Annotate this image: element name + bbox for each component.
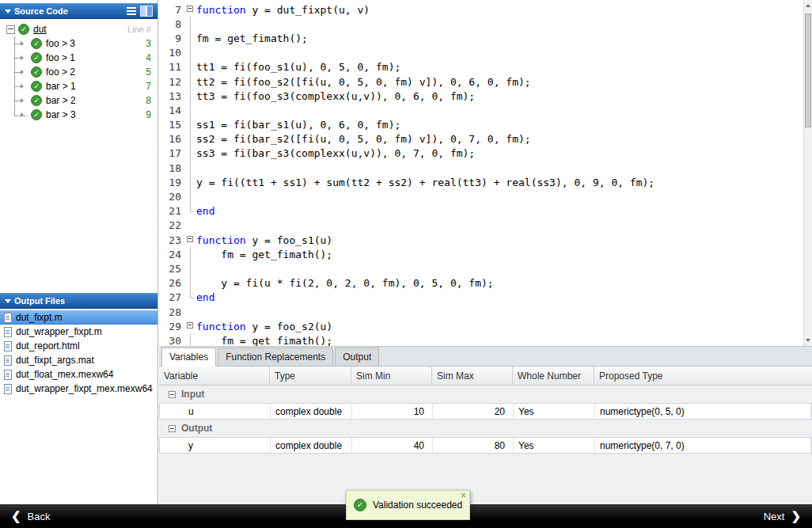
tree-root-row[interactable]: dut Line # (0, 22, 157, 36)
back-label: Back (28, 511, 51, 522)
close-icon[interactable] (461, 491, 466, 500)
code-segment: tt2 = fi(foo_s2([fi(u, 0, 5, 0, fm) v]),… (196, 76, 531, 88)
tree-item-line: 5 (146, 66, 157, 78)
fold-marker (186, 276, 196, 291)
column-header[interactable]: Sim Max (432, 367, 513, 385)
expander-icon[interactable] (6, 25, 15, 34)
column-header[interactable]: Whole Number (513, 367, 594, 385)
tree-item[interactable]: foo > 3 3 (0, 36, 157, 51)
table-cell: u (160, 404, 271, 419)
list-icon[interactable] (127, 7, 136, 9)
tree-item-label: bar > 1 (46, 81, 76, 92)
fold-marker (186, 189, 196, 203)
code-segment: function (196, 321, 246, 332)
code-line: 17 ss3 = fi(bar_s3(complexx(u,v)), 0, 7,… (159, 146, 803, 161)
tree-item[interactable]: foo > 1 4 (0, 51, 157, 65)
back-button[interactable]: Back (11, 509, 50, 523)
collapse-icon[interactable] (169, 391, 176, 398)
table-cell: 10 (352, 404, 433, 419)
output-file-item[interactable]: dut_fixpt_args.mat (0, 353, 157, 367)
scroll-down-icon[interactable] (804, 334, 812, 346)
table-row[interactable]: ucomplex double1020Yesnumerictype(0, 5, … (159, 403, 812, 420)
tree-root-label[interactable]: dut (33, 24, 47, 35)
triangle-down-icon[interactable] (5, 299, 11, 303)
line-number: 22 (159, 219, 186, 231)
code-line: 9 fm = get_fimath(); (159, 31, 803, 45)
tab-bar: VariablesFunction ReplacementsOutput (159, 347, 812, 367)
code-text: fm = get_fimath(); (196, 32, 308, 44)
line-number: 15 (159, 119, 186, 131)
line-number: 9 (159, 32, 186, 44)
code-line: 21 end (159, 204, 803, 218)
fold-marker (186, 17, 196, 31)
code-text: ss2 = fi(bar_s2([fi(u, 0, 5, 0, fm) v]),… (196, 133, 531, 145)
tree-item-label: bar > 2 (46, 95, 76, 106)
chevron-left-icon (11, 509, 21, 523)
source-code-header: Source Code (0, 3, 157, 19)
group-row[interactable]: Output (159, 420, 812, 437)
tree-item[interactable]: bar > 2 8 (0, 93, 157, 108)
code-segment: fm = get_fimath(); (196, 32, 308, 44)
fold-minus-icon[interactable] (186, 233, 196, 247)
table-cell: numerictype(0, 7, 0) (595, 438, 811, 453)
bottom-panel: VariablesFunction ReplacementsOutput Var… (159, 346, 812, 504)
tree-item-label: foo > 2 (46, 66, 75, 78)
tree-item-line: 8 (146, 95, 157, 106)
fold-marker (186, 218, 196, 233)
code-segment: function (196, 234, 246, 246)
panel-title: Source Code (14, 6, 127, 16)
validation-toast: Validation succeeded (346, 490, 470, 520)
output-file-item[interactable]: dut_wrapper_fixpt.m (0, 325, 157, 339)
code-segment: function (196, 4, 246, 16)
sidebar: Source Code dut Line # foo > 3 3 (0, 0, 158, 504)
output-file-item[interactable]: dut_wrapper_fixpt_mex.mexw64 (0, 382, 157, 396)
fold-minus-icon[interactable] (186, 2, 196, 17)
scrollbar-thumb[interactable] (805, 13, 811, 127)
group-name: Input (181, 389, 204, 400)
code-line: 28 (159, 305, 803, 319)
code-line: 24 fm = get_fimath(); (159, 247, 803, 261)
tab-function-replacements[interactable]: Function Replacements (218, 348, 333, 366)
tree-item[interactable]: foo > 2 5 (0, 65, 157, 79)
layout-icon[interactable] (140, 6, 153, 17)
output-file-item[interactable]: dut_report.html (0, 339, 157, 353)
file-icon (4, 384, 12, 394)
line-number: 8 (159, 18, 186, 30)
group-row[interactable]: Input (159, 386, 812, 403)
output-file-item[interactable]: dut_float_mex.mexw64 (0, 367, 157, 382)
code-line: 14 (159, 103, 803, 117)
fold-minus-icon[interactable] (186, 319, 196, 333)
code-line: 18 (159, 161, 803, 175)
table-cell: 40 (352, 438, 433, 453)
tree-item[interactable]: bar > 3 9 (0, 108, 157, 122)
file-icon (4, 370, 12, 380)
tab-output[interactable]: Output (335, 348, 379, 366)
collapse-icon[interactable] (169, 425, 176, 432)
file-name: dut_fixpt.m (16, 312, 63, 323)
fold-marker (186, 132, 196, 146)
file-icon (4, 341, 12, 351)
line-number: 16 (159, 133, 186, 145)
code-text: function y = dut_fixpt(u, v) (196, 4, 370, 16)
editor-scrollbar[interactable] (803, 0, 812, 346)
fold-marker (186, 161, 196, 175)
scroll-up-icon[interactable] (804, 0, 812, 12)
tab-variables[interactable]: Variables (161, 348, 216, 367)
code-segment: end (196, 291, 214, 303)
next-button[interactable]: Next (764, 509, 801, 523)
column-header[interactable]: Type (270, 367, 351, 385)
column-header[interactable]: Variable (159, 367, 270, 385)
code-text: y = fi(u * fi(2, 0, 2, 0, fm), 0, 5, 0, … (196, 277, 494, 289)
line-number: 14 (159, 104, 186, 116)
tree-item[interactable]: bar > 1 7 (0, 79, 157, 93)
header-icons (127, 6, 154, 17)
code-text: ss3 = fi(bar_s3(complexx(u,v)), 0, 7, 0,… (196, 147, 475, 159)
tree-item-label: bar > 3 (46, 109, 76, 120)
table-row[interactable]: ycomplex double4080Yesnumerictype(0, 7, … (159, 437, 812, 454)
fold-marker (186, 175, 196, 189)
column-header[interactable]: Sim Min (351, 367, 432, 385)
output-file-item[interactable]: dut_fixpt.m (0, 310, 157, 325)
column-header[interactable]: Proposed Type (594, 367, 812, 385)
code-segment: fm = get_fimath(); (196, 249, 332, 260)
triangle-down-icon[interactable] (5, 9, 11, 13)
